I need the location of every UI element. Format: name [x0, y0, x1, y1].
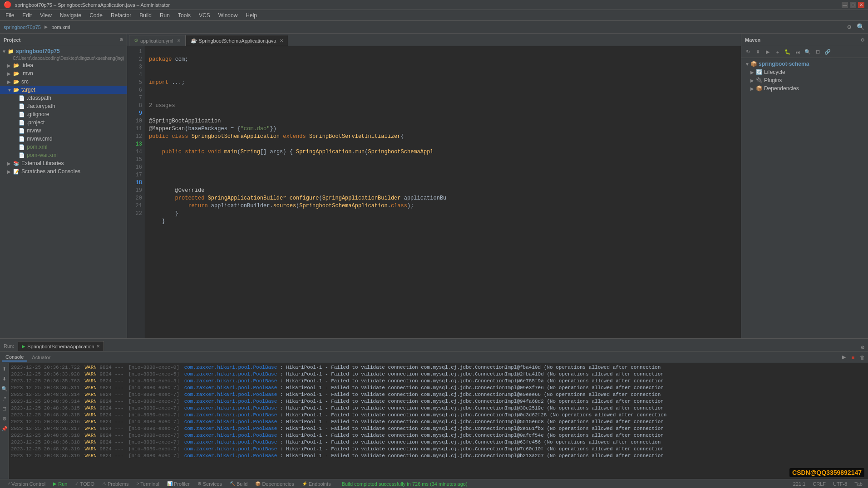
sidebar-item-scratches[interactable]: ▶ 📝 Scratches and Consoles: [0, 167, 127, 176]
inner-tab-actuator[interactable]: Actuator: [28, 354, 54, 361]
toolbar-icon-2[interactable]: 🔍: [857, 23, 864, 31]
bottom-tab-run[interactable]: ▶ SpringbootSchemaApplication ✕: [18, 341, 104, 351]
status-right: 221:1 CRLF UTF-8 Tab: [791, 481, 864, 487]
maven-collapse-button[interactable]: ⊟: [813, 48, 822, 57]
maven-item-lifecycle[interactable]: ▶ 🔄 Lifecycle: [741, 68, 868, 76]
menu-file[interactable]: File: [2, 11, 18, 20]
maven-item-dependencies[interactable]: ▶ 📦 Dependencies: [741, 84, 868, 93]
toolbar-tab-todo[interactable]: ✓ TODO: [71, 480, 98, 488]
maven-search-button[interactable]: 🔍: [803, 48, 812, 57]
pomwarxml-icon: 📄: [18, 151, 25, 159]
maven-debug-button[interactable]: 🐛: [783, 48, 792, 57]
maven-refresh-button[interactable]: ↻: [743, 48, 752, 57]
run-stop-button[interactable]: ■: [849, 353, 857, 361]
run-clear-button[interactable]: 🗑: [858, 353, 866, 361]
log-line-7: 2023-12-25 20:48:36.315 WARN 9824 --- [n…: [11, 412, 866, 419]
menu-help[interactable]: Help: [242, 11, 261, 20]
project-name[interactable]: springboot70p75: [4, 24, 41, 30]
sidebar-item-project[interactable]: 📄 .project: [0, 118, 127, 127]
pomxml-icon: 📄: [18, 143, 25, 151]
toolbar-tab-build[interactable]: 🔨 Build: [226, 480, 251, 488]
toolbar-icon-1[interactable]: ⚙: [848, 23, 851, 31]
console-output[interactable]: 2023-12-25 20:36:21.722 WARN 9824 --- [n…: [9, 363, 868, 479]
menu-code[interactable]: Code: [86, 11, 106, 20]
menu-run[interactable]: Run: [156, 11, 173, 20]
code-editor[interactable]: 1 2 3 4 5 6 7 8 9 10 11 12 13 14 15 16 1…: [127, 46, 741, 338]
menu-vcs[interactable]: VCS: [195, 11, 214, 20]
tab-yml-close[interactable]: ✕: [177, 38, 181, 43]
maven-link-button[interactable]: 🔗: [823, 48, 832, 57]
run-filter-button[interactable]: 🔍: [1, 385, 8, 392]
sidebar-item-factorypath[interactable]: 📄 .factorypath: [0, 102, 127, 110]
minimize-button[interactable]: —: [842, 2, 848, 8]
sidebar-item-mvnwcmd[interactable]: 📄 mvnw.cmd: [0, 135, 127, 143]
toolbar-tab-version-control[interactable]: ⑂ Version Control: [4, 480, 49, 488]
maven-settings-icon[interactable]: ⚙: [861, 36, 864, 44]
maximize-button[interactable]: □: [850, 2, 856, 8]
sidebar-item-root[interactable]: ▼ 📁 springboot70p75: [0, 47, 127, 55]
version-control-icon: ⑂: [7, 481, 10, 486]
toolbar-tab-run[interactable]: ▶ Run: [49, 480, 71, 488]
maven-run-button[interactable]: ▶: [763, 48, 772, 57]
charset[interactable]: UTF-8: [831, 481, 849, 487]
close-button[interactable]: ✕: [858, 2, 864, 8]
toolbar-tab-endpoints[interactable]: ⚡ Endpoints: [298, 480, 335, 488]
sidebar-item-mvn[interactable]: ▶ 📂 .mvn: [0, 69, 127, 78]
pom-link[interactable]: pom.xml: [51, 24, 70, 30]
menu-window[interactable]: Window: [215, 11, 242, 20]
log-line-9: 2023-12-25 20:48:36.317 WARN 9824 --- [n…: [11, 425, 866, 432]
sidebar-item-src[interactable]: ▶ 📂 src: [0, 78, 127, 86]
toolbar-tab-profiler[interactable]: 📊 Profiler: [163, 480, 193, 488]
tab-java-close[interactable]: ✕: [280, 38, 283, 43]
run-regex-button[interactable]: .*: [1, 395, 8, 402]
toolbar-tab-dependencies[interactable]: 📦 Dependencies: [252, 480, 297, 488]
run-pin-button[interactable]: 📌: [1, 425, 8, 432]
tab-springboot-schema-app[interactable]: ☕ SpringbootSchemaApplication.java ✕: [186, 35, 289, 46]
menu-edit[interactable]: Edit: [19, 11, 35, 20]
status-left: ⑂ Version Control ▶ Run ✓ TODO ⚠ Problem…: [4, 480, 788, 488]
code-content[interactable]: package com; import ...; 2 usages @Sprin…: [145, 46, 741, 338]
sidebar-item-mvnw[interactable]: 📄 mvnw: [0, 127, 127, 135]
menu-build[interactable]: Build: [136, 11, 155, 20]
sidebar-item-idea[interactable]: ▶ 📂 .idea: [0, 61, 127, 69]
maven-item-plugins[interactable]: ▶ 🔌 Plugins: [741, 76, 868, 84]
menu-tools[interactable]: Tools: [174, 11, 194, 20]
maven-item-root[interactable]: ▼ 📦 springboot-schema: [741, 60, 868, 68]
tab-application-yml[interactable]: ⚙ application.yml ✕: [129, 35, 186, 46]
toolbar-tab-services[interactable]: ⚙ Services: [194, 480, 226, 488]
sidebar-item-pomwarxml[interactable]: 📄 pom-war.xml: [0, 151, 127, 159]
sidebar-item-pomxml[interactable]: 📄 pom.xml: [0, 143, 127, 151]
sidebar-item-classpath[interactable]: 📄 .classpath: [0, 94, 127, 102]
log-line-3: 2023-12-25 20:48:36.311 WARN 9824 --- [n…: [11, 385, 866, 391]
run-restart-button[interactable]: ▶: [840, 353, 848, 361]
tab-size[interactable]: Tab: [853, 481, 864, 487]
maven-add-button[interactable]: +: [773, 48, 782, 57]
sidebar-mvn-label: .mvn: [21, 70, 33, 77]
external-libs-icon: 📚: [13, 160, 20, 167]
sidebar-item-target[interactable]: ▼ 📂 target: [0, 86, 127, 94]
run-tab-close[interactable]: ✕: [96, 344, 100, 349]
inner-tab-console[interactable]: Console: [2, 353, 27, 361]
maven-skip-button[interactable]: ⏭: [793, 48, 802, 57]
bottom-settings-icon[interactable]: ⚙: [861, 344, 864, 351]
maven-download-button[interactable]: ⬇: [753, 48, 762, 57]
sidebar-root-label: springboot70p75: [16, 48, 60, 54]
line-ending[interactable]: CRLF: [811, 481, 828, 487]
sidebar-item-gitignore[interactable]: 📄 .gitignore: [0, 110, 127, 118]
run-settings-button[interactable]: ⚙: [1, 415, 8, 422]
menu-refactor[interactable]: Refactor: [107, 11, 135, 20]
menu-navigate[interactable]: Navigate: [56, 11, 85, 20]
toolbar-tab-terminal[interactable]: > Terminal: [133, 480, 163, 488]
maven-deps-icon: 📦: [756, 85, 763, 92]
sidebar-item-external-libs[interactable]: ▶ 📚 External Libraries: [0, 159, 127, 167]
toolbar-tab-problems[interactable]: ⚠ Problems: [99, 480, 132, 488]
run-scroll-top-button[interactable]: ⬆: [1, 365, 8, 372]
menu-view[interactable]: View: [36, 11, 55, 20]
sidebar-item-path[interactable]: C:\Users\xiaocaicoding\Desktop\dingzuo\x…: [0, 55, 127, 61]
run-scroll-down-button[interactable]: ⬇: [1, 375, 8, 382]
run-fold-button[interactable]: ⊟: [1, 405, 8, 412]
cursor-position[interactable]: 221:1: [791, 481, 808, 487]
maven-root-label: springboot-schema: [759, 61, 809, 67]
problems-icon: ⚠: [102, 481, 106, 486]
sidebar-gear-icon[interactable]: ⚙: [120, 36, 123, 43]
